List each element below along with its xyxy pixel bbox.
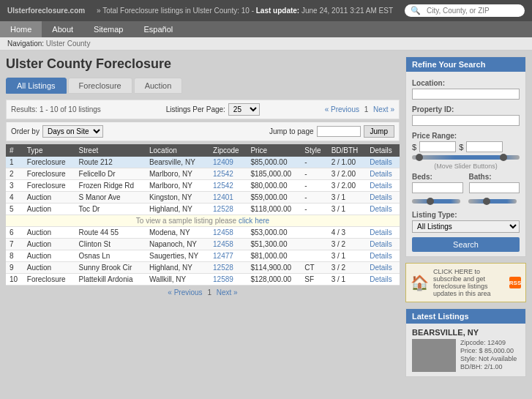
- cell-details[interactable]: Details: [366, 168, 400, 180]
- cell-price: $59,000.00: [247, 192, 301, 204]
- tab-all-listings[interactable]: All Listings: [6, 78, 67, 94]
- top-info: » Total Foreclosure listings in Ulster C…: [85, 7, 405, 15]
- cell-zip[interactable]: 12477: [209, 250, 247, 262]
- price-slider[interactable]: [412, 155, 520, 160]
- cell-details[interactable]: Details: [366, 180, 400, 192]
- cell-zip[interactable]: 12458: [209, 239, 247, 250]
- breadcrumb-link[interactable]: Ulster County: [46, 40, 91, 48]
- table-row: 6 Auction Route 44 55 Modena, NY 12458 $…: [6, 227, 400, 239]
- sample-link[interactable]: click here: [239, 217, 269, 225]
- cell-details[interactable]: Details: [366, 250, 400, 262]
- nav-about[interactable]: About: [42, 21, 83, 37]
- beds-baths-row: Beds: Baths:: [412, 170, 520, 193]
- cell-details[interactable]: Details: [366, 239, 400, 250]
- beds-input[interactable]: [412, 182, 463, 193]
- order-bar: Order by Days on SitePriceZipcode Jump t…: [6, 122, 400, 141]
- location-input[interactable]: [412, 89, 520, 100]
- bottom-current-page: 1: [207, 288, 211, 297]
- tabs: All Listings Foreclosure Auction: [6, 78, 400, 94]
- listing-type-select[interactable]: All Listings Foreclosure Auction: [412, 220, 520, 233]
- refine-search-body: Location: Property ID: Price Range: $ $ …: [406, 72, 525, 256]
- cell-zip[interactable]: 12458: [209, 227, 247, 239]
- search-input[interactable]: [424, 6, 519, 15]
- search-box[interactable]: 🔍: [405, 4, 525, 17]
- col-type: Type: [23, 144, 75, 157]
- cell-price: $118,000.00: [247, 204, 301, 215]
- baths-slider[interactable]: [468, 199, 517, 204]
- order-select[interactable]: Days on SitePriceZipcode: [42, 125, 103, 138]
- table-row: 9 Auction Sunny Brook Cir Highland, NY 1…: [6, 262, 400, 274]
- cell-details[interactable]: Details: [366, 204, 400, 215]
- cell-details[interactable]: Details: [366, 192, 400, 204]
- price-slider-left-handle[interactable]: [416, 154, 423, 161]
- logo-text: Ulsterforeclosure.com: [7, 7, 85, 15]
- cell-num: 9: [6, 262, 23, 274]
- jump-button[interactable]: Jump: [364, 125, 394, 138]
- table-row: 8 Auction Osnas Ln Saugerties, NY 12477 …: [6, 250, 400, 262]
- cell-bdbth: 3 / 2.00: [328, 180, 367, 192]
- nav-home[interactable]: Home: [0, 21, 42, 37]
- cell-street: Frozen Ridge Rd: [75, 180, 146, 192]
- latest-listings-section: Latest Listings BEARSVILLE, NY Zipcode: …: [405, 308, 526, 377]
- jump-input[interactable]: [317, 126, 361, 137]
- tab-foreclosure[interactable]: Foreclosure: [68, 78, 132, 94]
- per-page-select[interactable]: 251050100: [228, 103, 260, 116]
- latest-city: BEARSVILLE, NY: [412, 328, 520, 337]
- cell-zip[interactable]: 12528: [209, 262, 247, 274]
- last-update-date: June 24, 2011 3:21 AM EST: [299, 7, 393, 15]
- next-page-link[interactable]: Next »: [373, 105, 394, 113]
- nav-sitemap[interactable]: Sitemap: [83, 21, 133, 37]
- cell-num: 5: [6, 204, 23, 215]
- cell-details[interactable]: Details: [366, 227, 400, 239]
- cell-bdbth: 3 / 2.00: [328, 168, 367, 180]
- cell-price: $185,000.00: [247, 168, 301, 180]
- baths-slider-handle[interactable]: [483, 198, 490, 205]
- nav-espanol[interactable]: Español: [133, 21, 183, 37]
- refine-search-header: Refine Your Search: [406, 57, 525, 72]
- cell-num: 6: [6, 227, 23, 239]
- search-button[interactable]: Search: [412, 237, 520, 252]
- bottom-next-link[interactable]: Next »: [217, 288, 238, 297]
- cell-location: Kingston, NY: [146, 192, 209, 204]
- baths-input[interactable]: [469, 182, 520, 193]
- prev-page-link[interactable]: « Previous: [325, 105, 359, 113]
- col-location: Location: [146, 144, 209, 157]
- cell-zip[interactable]: 12589: [209, 274, 247, 286]
- property-id-input[interactable]: [412, 115, 520, 126]
- location-label: Location:: [412, 79, 520, 87]
- col-zipcode: Zipcode: [209, 144, 247, 157]
- price-slider-right-handle[interactable]: [500, 154, 507, 161]
- cell-num: 7: [6, 239, 23, 250]
- cell-zip[interactable]: 12401: [209, 192, 247, 204]
- cell-location: Napanoch, NY: [146, 239, 209, 250]
- cell-price: $128,000.00: [247, 274, 301, 286]
- subscribe-box[interactable]: 🏠 CLICK HERE to subscribe and get forecl…: [405, 263, 526, 302]
- cell-num: 3: [6, 180, 23, 192]
- cell-details[interactable]: Details: [366, 262, 400, 274]
- col-street: Street: [75, 144, 146, 157]
- table-row: 10 Foreclosure Plattekill Ardonia Wallki…: [6, 274, 400, 286]
- beds-slider-handle[interactable]: [427, 198, 434, 205]
- bottom-prev-link[interactable]: « Previous: [168, 288, 202, 297]
- cell-zip[interactable]: 12409: [209, 157, 247, 168]
- price-from-input[interactable]: [419, 141, 456, 152]
- beds-group: Beds:: [412, 170, 463, 193]
- col-bdbth: BD/BTH: [328, 144, 367, 157]
- listing-type-label: Listing Type:: [412, 211, 520, 219]
- cell-type: Foreclosure: [23, 274, 75, 286]
- cell-zip[interactable]: 12542: [209, 168, 247, 180]
- beds-slider[interactable]: [412, 199, 460, 204]
- cell-zip[interactable]: 12528: [209, 204, 247, 215]
- cell-details[interactable]: Details: [366, 157, 400, 168]
- price-to-input[interactable]: [466, 141, 503, 152]
- property-id-label: Property ID:: [412, 105, 520, 113]
- cell-zip[interactable]: 12542: [209, 180, 247, 192]
- cell-street: Toc Dr: [75, 204, 146, 215]
- tab-auction[interactable]: Auction: [134, 78, 183, 94]
- cell-price: $51,300.00: [247, 239, 301, 250]
- cell-location: Highland, NY: [146, 262, 209, 274]
- table-row: 5 Auction Toc Dr Highland, NY 12528 $118…: [6, 204, 400, 215]
- cell-style: [301, 250, 327, 262]
- price-from-symbol: $: [412, 143, 416, 152]
- cell-details[interactable]: Details: [366, 274, 400, 286]
